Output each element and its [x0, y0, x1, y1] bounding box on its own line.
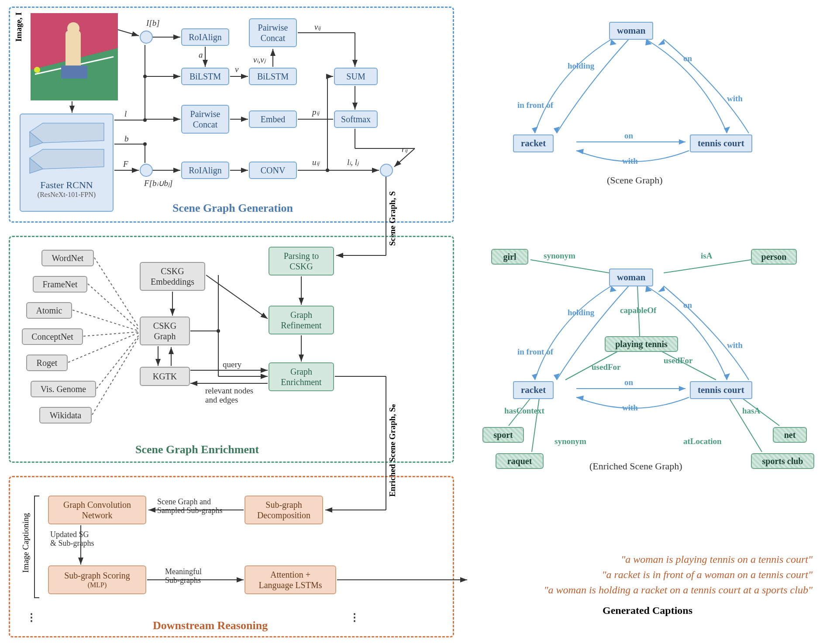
eg-node-racket: racket: [513, 381, 554, 399]
parsing-cskg: Parsing to CSKG: [269, 247, 334, 276]
svg-marker-76: [679, 139, 685, 145]
scoring-sub: (MLP): [88, 581, 107, 589]
embed-box: Embed: [249, 110, 297, 128]
kb-roget: Roget: [26, 355, 68, 371]
eg-ext-hasa: hasA: [742, 406, 760, 416]
bilstm-2: BiLSTM: [249, 68, 297, 85]
kgtk-box: KGTK: [140, 367, 190, 386]
svg-marker-84: [679, 386, 685, 391]
pairwise-concat-2: Pairwise Concat: [181, 105, 229, 134]
detector-name: Faster RCNN: [25, 179, 108, 191]
kb-visgenome: Vis. Genome: [31, 381, 96, 397]
svg-marker-72: [610, 39, 616, 45]
svg-line-86: [530, 260, 609, 273]
cskg-embeddings: CSKG Embeddings: [140, 262, 205, 291]
caption-1: "a woman is playing tennis on a tennis c…: [463, 554, 813, 565]
conv-box: CONV: [249, 162, 297, 179]
eg-ext-synonym2: synonym: [554, 437, 586, 446]
edge-label-vivj: vᵢ,vⱼ: [253, 55, 265, 65]
svg-marker-83: [658, 286, 665, 292]
svg-marker-78: [532, 373, 538, 380]
query-label: query: [223, 360, 241, 369]
eg-edge-on2: on: [624, 378, 633, 387]
sg-node-racket: racket: [513, 134, 554, 152]
input-image: [31, 13, 118, 100]
eg-node-woman: woman: [609, 269, 653, 286]
kb-wikidata: Wikidata: [39, 407, 92, 424]
subgraph-scoring: Sub-graph Scoring (MLP): [48, 565, 146, 594]
scoring-title: Sub-graph Scoring: [64, 570, 130, 581]
eg-edge-holding: holding: [568, 308, 594, 317]
svg-marker-75: [658, 39, 665, 45]
caption-3: "a woman is holding a racket on a tennis…: [463, 584, 813, 596]
roialign-2: RoIAlign: [181, 162, 229, 179]
svg-marker-82: [724, 373, 730, 380]
softmax-box: Softmax: [334, 110, 378, 128]
svg-line-87: [664, 260, 751, 273]
eg-ext-raquet: raquet: [496, 453, 544, 469]
meaningful-label: Meaningful Sub-graphs: [165, 568, 202, 585]
edge-label-v: v: [235, 65, 238, 74]
edge-label-pij: pᵢⱼ: [312, 107, 319, 117]
edge-label-uij: uᵢⱼ: [312, 157, 319, 167]
kb-atomic: Atomic: [26, 302, 72, 319]
kb-framenet: FrameNet: [33, 276, 87, 293]
eg-ext-usedfor2: usedFor: [664, 356, 693, 365]
eg-ext-playing: playing tennis: [605, 336, 678, 352]
eg-ext-girl: girl: [491, 249, 528, 265]
scene-graph-caption: (Scene Graph): [607, 175, 663, 186]
image-captioning-label: Image Captioning: [21, 513, 31, 573]
sg-node-woman: woman: [609, 22, 653, 40]
svg-point-6: [34, 67, 40, 73]
svg-marker-71: [554, 127, 560, 133]
edge-label-Fbibj: F[bᵢ∪bⱼ]: [144, 178, 172, 188]
edge-label-lilj: lᵢ, lⱼ: [347, 157, 358, 167]
image-input-label: Image, I: [14, 12, 24, 42]
eg-edge-on: on: [683, 300, 692, 310]
edge-label-a: a: [199, 50, 203, 60]
eg-edge-with2: with: [622, 403, 638, 413]
edge-label-vij: vᵢⱼ: [314, 22, 320, 32]
eg-ext-atlocation: atLocation: [683, 437, 722, 446]
edge-label-F: F: [123, 159, 128, 169]
edge-label-rij: rᵢⱼ: [402, 144, 407, 154]
svg-marker-9: [30, 149, 104, 169]
eg-ext-capableof: capableOf: [620, 306, 656, 315]
detector-backbone: (ResNeXt-101-FPN): [25, 191, 108, 199]
sum-box: SUM: [334, 68, 378, 85]
sg-edge-holding: holding: [568, 61, 594, 71]
svg-rect-5: [61, 65, 87, 79]
svg-marker-73: [645, 39, 652, 45]
bilstm-1: BiLSTM: [181, 68, 229, 85]
sg-edge-with: with: [727, 94, 743, 103]
panel-scene-graph-enrichment: [9, 236, 454, 463]
svg-marker-7: [30, 123, 104, 143]
eg-ext-isa: isA: [701, 251, 712, 261]
cskg-graph: CSKG Graph: [140, 317, 190, 345]
generated-captions-title: Generated Captions: [603, 605, 692, 616]
dots-right: ⋮: [349, 611, 361, 623]
eg-ext-person: person: [751, 249, 797, 265]
eg-ext-sport: sport: [482, 427, 524, 443]
enriched-graph-caption: (Enriched Scene Graph): [589, 461, 682, 472]
sg-edge-with2: with: [622, 156, 638, 166]
sg-node-court: tennis court: [690, 134, 752, 152]
edge-label-Ib: I[b]: [146, 18, 160, 28]
pairwise-concat-1: Pairwise Concat: [249, 18, 297, 47]
gcn-box: Graph Convolution Network: [48, 496, 146, 524]
svg-marker-74: [724, 127, 730, 133]
section-title-sge: Scene Graph Enrichment: [135, 443, 259, 456]
relevant-label: relevant nodes and edges: [205, 386, 253, 405]
svg-marker-77: [576, 149, 584, 154]
dots-left: ⋮: [26, 611, 38, 623]
eg-ext-synonym1: synonym: [544, 251, 575, 261]
merge-node-features: [140, 164, 153, 177]
edge-label-b: b: [124, 134, 129, 144]
svg-rect-3: [65, 31, 81, 70]
eg-edge-infrontof: in front of: [517, 347, 553, 357]
eg-ext-sportsclub: sports club: [751, 453, 814, 469]
graph-refinement: Graph Refinement: [269, 306, 334, 334]
eg-ext-net: net: [773, 427, 807, 443]
roialign-1: RoIAlign: [181, 28, 229, 46]
merge-node-output: [380, 164, 393, 177]
